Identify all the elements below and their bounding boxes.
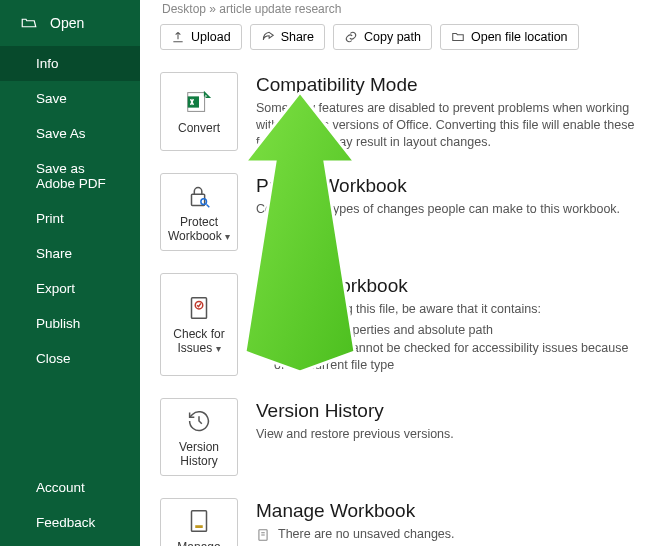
sidebar-label: Info <box>36 56 59 71</box>
document-icon <box>256 528 270 542</box>
sidebar-label: Publish <box>36 316 80 331</box>
section-inspect: Check for Issues ▾ Inspect Workbook Befo… <box>160 273 640 377</box>
document-check-icon <box>184 293 214 323</box>
section-text: Before publishing this file, be aware th… <box>256 301 640 375</box>
svg-rect-1 <box>188 97 199 108</box>
file-toolbar: Upload Share Copy path Open file locatio… <box>160 24 640 50</box>
backstage-sidebar: Open Info Save Save As Save as Adobe PDF… <box>0 0 140 546</box>
tile-text: Manage Workbook <box>168 540 222 546</box>
svg-rect-6 <box>192 511 207 532</box>
check-for-issues-button[interactable]: Check for Issues ▾ <box>160 273 238 377</box>
button-label: Share <box>281 30 314 44</box>
section-title: Manage Workbook <box>256 500 640 522</box>
version-history-button[interactable]: Version History <box>160 398 238 476</box>
lock-search-icon <box>184 181 214 211</box>
sidebar-label: Print <box>36 211 64 226</box>
section-protect: Protect Workbook ▾ Protect Workbook Cont… <box>160 173 640 251</box>
button-label: Open file location <box>471 30 568 44</box>
unsaved-text: There are no unsaved changes. <box>278 526 455 543</box>
sidebar-label: Account <box>36 480 85 495</box>
section-title: Compatibility Mode <box>256 74 640 96</box>
manage-workbook-button[interactable]: Manage Workbook ▾ <box>160 498 238 546</box>
upload-button[interactable]: Upload <box>160 24 242 50</box>
sidebar-item-feedback[interactable]: Feedback <box>0 505 140 540</box>
protect-workbook-button[interactable]: Protect Workbook ▾ <box>160 173 238 251</box>
sidebar-item-save[interactable]: Save <box>0 81 140 116</box>
sidebar-item-publish[interactable]: Publish <box>0 306 140 341</box>
tile-label: Convert <box>178 121 220 135</box>
sidebar-label: Export <box>36 281 75 296</box>
section-manage: Manage Workbook ▾ Manage Workbook There … <box>160 498 640 546</box>
section-title: Version History <box>256 400 640 422</box>
sidebar-label: Save as Adobe PDF <box>36 161 106 191</box>
document-manage-icon <box>184 506 214 536</box>
section-compatibility: Convert Compatibility Mode Some new feat… <box>160 72 640 151</box>
tile-label: Manage Workbook ▾ <box>165 540 233 546</box>
inspect-bullet: Document properties and absolute path <box>274 322 640 339</box>
sidebar-label: Share <box>36 246 72 261</box>
tile-text: Protect Workbook <box>168 215 222 243</box>
section-text: Control what types of changes people can… <box>256 201 640 218</box>
open-file-location-button[interactable]: Open file location <box>440 24 579 50</box>
folder-open-icon <box>20 14 38 32</box>
chevron-down-icon: ▾ <box>216 343 221 354</box>
sidebar-label: Save <box>36 91 67 106</box>
sidebar-label: Close <box>36 351 71 366</box>
sidebar-item-saveas[interactable]: Save As <box>0 116 140 151</box>
tile-label: Protect Workbook ▾ <box>165 215 233 243</box>
sidebar-item-share[interactable]: Share <box>0 236 140 271</box>
convert-button[interactable]: Convert <box>160 72 238 151</box>
section-title: Inspect Workbook <box>256 275 640 297</box>
breadcrumb: Desktop » article update research <box>160 0 640 24</box>
sidebar-item-open[interactable]: Open <box>0 0 140 46</box>
inspect-bullet: Content that cannot be checked for acces… <box>274 340 640 374</box>
sidebar-label-open: Open <box>50 15 84 31</box>
copy-path-button[interactable]: Copy path <box>333 24 432 50</box>
folder-icon <box>451 30 465 44</box>
chevron-down-icon: ▾ <box>225 231 230 242</box>
button-label: Upload <box>191 30 231 44</box>
info-pane: Desktop » article update research Upload… <box>140 0 650 546</box>
svg-point-3 <box>201 198 207 204</box>
sidebar-item-save-adobe-pdf[interactable]: Save as Adobe PDF <box>0 151 140 201</box>
sidebar-label: Save As <box>36 126 86 141</box>
section-title: Protect Workbook <box>256 175 640 197</box>
sidebar-item-info[interactable]: Info <box>0 46 140 81</box>
section-text: Some new features are disabled to preven… <box>256 100 640 151</box>
upload-icon <box>171 30 185 44</box>
link-icon <box>344 30 358 44</box>
sidebar-item-export[interactable]: Export <box>0 271 140 306</box>
sidebar-item-account[interactable]: Account <box>0 470 140 505</box>
tile-label: Check for Issues ▾ <box>165 327 233 355</box>
section-intro: Before publishing this file, be aware th… <box>256 302 541 316</box>
excel-convert-icon <box>184 87 214 117</box>
sidebar-item-print[interactable]: Print <box>0 201 140 236</box>
sidebar-item-close[interactable]: Close <box>0 341 140 376</box>
tile-label: Version History <box>165 440 233 468</box>
button-label: Copy path <box>364 30 421 44</box>
section-text: There are no unsaved changes. <box>256 526 640 543</box>
share-button[interactable]: Share <box>250 24 325 50</box>
sidebar-label: Feedback <box>36 515 95 530</box>
history-icon <box>184 406 214 436</box>
section-text: View and restore previous versions. <box>256 426 640 443</box>
section-version-history: Version History Version History View and… <box>160 398 640 476</box>
share-icon <box>261 30 275 44</box>
